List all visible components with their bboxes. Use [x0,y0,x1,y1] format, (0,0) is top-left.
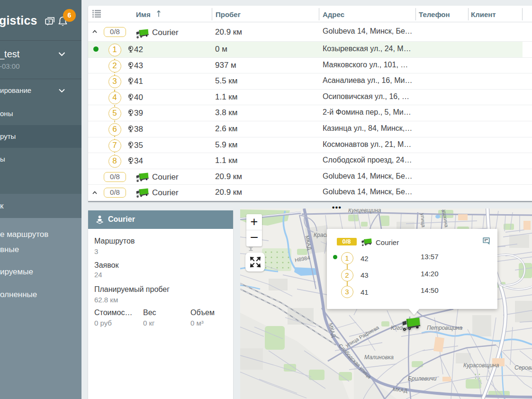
svg-text:Курасовщина: Курасовщина [463,362,499,369]
svg-text:Малиновка: Малиновка [364,354,394,361]
svg-text:Петровщина: Петровщина [427,325,462,331]
svg-text:Брилевичи: Брилевичи [408,375,437,382]
svg-text:Кунцевщина: Кунцевщина [348,209,381,214]
svg-text:?: ? [48,19,51,24]
svg-text:Серова: Серова [514,364,532,371]
